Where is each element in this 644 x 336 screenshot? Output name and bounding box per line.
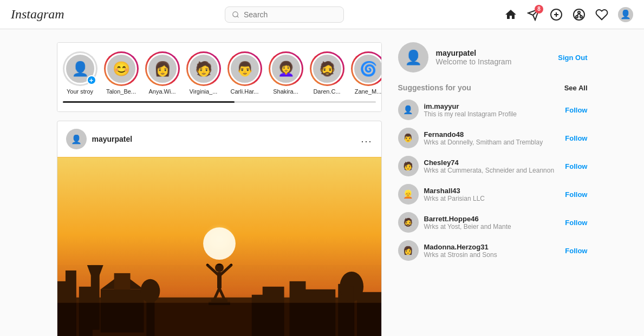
suggestion-info-immayyur: im.mayyur This is my real Instagram Prof… bbox=[424, 102, 560, 118]
post-image-svg bbox=[57, 157, 381, 336]
profile-avatar[interactable]: 👤 bbox=[618, 7, 633, 22]
suggestion-name-immayyur: im.mayyur bbox=[424, 102, 560, 110]
follow-button-fernando48[interactable]: Follow bbox=[565, 134, 587, 142]
story-item-zane[interactable]: 🌀 Zane_M... bbox=[351, 51, 382, 95]
post-card: 👤 mayurpatel ... bbox=[57, 121, 382, 336]
follow-button-barrett[interactable]: Follow bbox=[565, 219, 587, 227]
suggestions-title: Suggestions for you bbox=[398, 83, 471, 92]
story-label-your-story: Your stroy bbox=[67, 88, 93, 95]
suggestion-item-marshall43: 👱 Marshall43 Wrks at Parisian LLC Follow bbox=[398, 184, 588, 205]
header: Instagram 8 bbox=[0, 0, 644, 29]
main-container: 👤 + Your stroy 😊 Talon_Be... 👩 Anya.Wi..… bbox=[51, 42, 593, 336]
logo: Instagram bbox=[11, 7, 64, 22]
story-item-talon[interactable]: 😊 Talon_Be... bbox=[104, 51, 139, 95]
follow-button-chesley74[interactable]: Follow bbox=[565, 162, 587, 170]
suggestion-info-chesley74: Chesley74 Wrks at Cummerata, Schneider a… bbox=[424, 159, 560, 174]
suggestion-avatar-fernando48: 👨 bbox=[398, 128, 419, 148]
explore-icon[interactable] bbox=[573, 8, 586, 21]
progress-bar-container bbox=[63, 101, 376, 103]
svg-point-15 bbox=[203, 227, 236, 260]
suggestion-info-fernando48: Fernando48 Wrks at Donnelly, Smitham and… bbox=[424, 130, 560, 146]
sidebar-username: mayurpatel bbox=[436, 49, 551, 57]
post-image bbox=[57, 157, 381, 336]
heart-icon[interactable] bbox=[595, 8, 608, 21]
see-all-button[interactable]: See All bbox=[564, 84, 588, 92]
sidebar-subtitle: Welcome to Instagram bbox=[436, 57, 551, 66]
suggestion-sub-barrett: Wrks at Yost, Beier and Mante bbox=[424, 223, 560, 230]
sidebar-avatar: 👤 bbox=[398, 42, 428, 73]
suggestions-list: 👤 im.mayyur This is my real Instagram Pr… bbox=[398, 100, 588, 261]
suggestion-item-fernando48: 👨 Fernando48 Wrks at Donnelly, Smitham a… bbox=[398, 128, 588, 148]
story-label-carli: Carli.Har... bbox=[231, 88, 259, 95]
search-bar[interactable] bbox=[225, 6, 344, 23]
post-more-button[interactable]: ... bbox=[361, 134, 372, 145]
stories-container: 👤 + Your stroy 😊 Talon_Be... 👩 Anya.Wi..… bbox=[57, 42, 382, 112]
suggestion-avatar-madonna: 👩 bbox=[398, 240, 419, 261]
suggestion-sub-marshall43: Wrks at Parisian LLC bbox=[424, 195, 560, 202]
story-label-daren: Daren.C... bbox=[313, 88, 340, 95]
nav-icons: 8 👤 bbox=[504, 7, 633, 22]
sign-out-button[interactable]: Sign Out bbox=[558, 54, 587, 62]
story-label-anya: Anya.Wi... bbox=[148, 88, 175, 95]
suggestion-info-barrett: Barrett.Hoppe46 Wrks at Yost, Beier and … bbox=[424, 215, 560, 230]
suggestions-header: Suggestions for you See All bbox=[398, 83, 588, 92]
direct-icon[interactable]: 8 bbox=[527, 8, 540, 21]
notification-badge: 8 bbox=[535, 5, 543, 14]
story-label-shakira: Shakira... bbox=[273, 88, 298, 95]
suggestion-sub-fernando48: Wrks at Donnelly, Smitham and Tremblay bbox=[424, 139, 560, 146]
suggestion-item-chesley74: 🧑 Chesley74 Wrks at Cummerata, Schneider… bbox=[398, 156, 588, 176]
suggestion-avatar-marshall43: 👱 bbox=[398, 184, 419, 205]
suggestion-name-barrett: Barrett.Hoppe46 bbox=[424, 215, 560, 223]
svg-line-1 bbox=[237, 16, 239, 17]
suggestion-item-barrett: 🧔 Barrett.Hoppe46 Wrks at Yost, Beier an… bbox=[398, 212, 588, 233]
svg-point-10 bbox=[580, 16, 582, 18]
post-username: mayurpatel bbox=[92, 135, 133, 143]
story-item-virginia[interactable]: 🧑 Virginia_... bbox=[186, 51, 221, 95]
sidebar-column: 👤 mayurpatel Welcome to Instagram Sign O… bbox=[398, 42, 588, 336]
home-icon[interactable] bbox=[504, 8, 517, 21]
feed-column: 👤 + Your stroy 😊 Talon_Be... 👩 Anya.Wi..… bbox=[57, 42, 382, 336]
story-label-zane: Zane_M... bbox=[355, 88, 382, 95]
add-post-icon[interactable] bbox=[550, 8, 563, 21]
search-icon bbox=[232, 10, 239, 19]
search-input[interactable] bbox=[244, 10, 337, 19]
suggestion-sub-madonna: Wrks at Strosin and Sons bbox=[424, 251, 560, 259]
suggestion-item-immayyur: 👤 im.mayyur This is my real Instagram Pr… bbox=[398, 100, 588, 120]
follow-button-madonna[interactable]: Follow bbox=[565, 247, 587, 255]
follow-button-immayyur[interactable]: Follow bbox=[565, 106, 587, 114]
stories-list: 👤 + Your stroy 😊 Talon_Be... 👩 Anya.Wi..… bbox=[63, 51, 376, 95]
story-item-shakira[interactable]: 👩‍🦱 Shakira... bbox=[269, 51, 303, 95]
story-item-anya[interactable]: 👩 Anya.Wi... bbox=[145, 51, 180, 95]
svg-point-0 bbox=[233, 11, 238, 16]
post-header: 👤 mayurpatel ... bbox=[57, 121, 381, 157]
follow-button-marshall43[interactable]: Follow bbox=[565, 190, 587, 199]
suggestion-name-madonna: Madonna.Herzog31 bbox=[424, 243, 560, 251]
suggestion-sub-immayyur: This is my real Instagram Profile bbox=[424, 110, 560, 118]
svg-point-8 bbox=[578, 11, 580, 14]
sidebar-user: 👤 mayurpatel Welcome to Instagram Sign O… bbox=[398, 42, 588, 73]
story-item-daren[interactable]: 🧔 Daren.C... bbox=[310, 51, 344, 95]
post-avatar: 👤 bbox=[66, 129, 87, 149]
suggestion-sub-chesley74: Wrks at Cummerata, Schneider and Leannon bbox=[424, 167, 560, 174]
suggestion-info-madonna: Madonna.Herzog31 Wrks at Strosin and Son… bbox=[424, 243, 560, 259]
story-item-your-story[interactable]: 👤 + Your stroy bbox=[63, 51, 97, 95]
svg-rect-43 bbox=[57, 265, 381, 303]
story-label-talon: Talon_Be... bbox=[106, 88, 136, 95]
post-user[interactable]: 👤 mayurpatel bbox=[66, 129, 133, 149]
suggestion-name-fernando48: Fernando48 bbox=[424, 130, 560, 139]
suggestion-item-madonna: 👩 Madonna.Herzog31 Wrks at Strosin and S… bbox=[398, 240, 588, 261]
story-label-virginia: Virginia_... bbox=[190, 88, 218, 95]
svg-point-9 bbox=[576, 16, 578, 18]
svg-line-12 bbox=[579, 14, 581, 16]
add-story-icon: + bbox=[87, 75, 96, 85]
suggestion-avatar-barrett: 🧔 bbox=[398, 212, 419, 233]
suggestion-avatar-immayyur: 👤 bbox=[398, 100, 419, 120]
story-item-carli[interactable]: 👨 Carli.Har... bbox=[227, 51, 262, 95]
suggestion-name-chesley74: Chesley74 bbox=[424, 159, 560, 167]
suggestion-info-marshall43: Marshall43 Wrks at Parisian LLC bbox=[424, 187, 560, 202]
suggestion-name-marshall43: Marshall43 bbox=[424, 187, 560, 195]
sidebar-user-info: mayurpatel Welcome to Instagram bbox=[436, 49, 551, 66]
suggestion-avatar-chesley74: 🧑 bbox=[398, 156, 419, 176]
